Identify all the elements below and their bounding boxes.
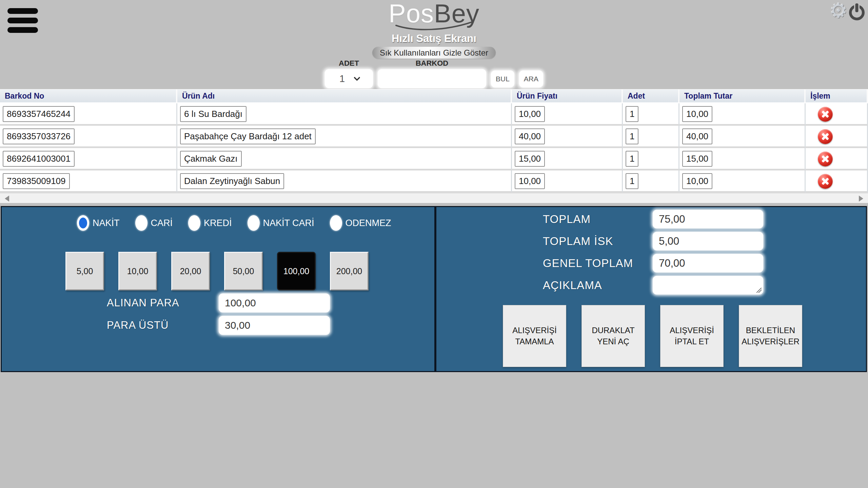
denomination-button-10[interactable]: 10,00	[118, 252, 157, 290]
delete-row-icon[interactable]	[818, 107, 833, 122]
denomination-button-100[interactable]: 100,00	[277, 252, 316, 290]
summary-panel: TOPLAM 75,00 TOPLAM İSK 5,00 GENEL TOPLA…	[435, 206, 867, 372]
toplam-isk-label: TOPLAM İSK	[543, 235, 613, 248]
barkod-label: BARKOD	[416, 59, 449, 68]
adet-selected-value: 1	[339, 73, 345, 84]
para-ustu-label: PARA ÜSTÜ	[107, 319, 219, 331]
table-row: 8692641003001 Çakmak Gazı 15,00 1 15,00	[0, 148, 868, 170]
scroll-right-icon[interactable]	[859, 196, 863, 202]
genel-toplam-label: GENEL TOPLAM	[543, 257, 633, 270]
product-name-input[interactable]: Çakmak Gazı	[180, 151, 242, 167]
table-header-row: Barkod No Ürün Adı Ürün Fiyatı Adet Topl…	[0, 89, 868, 103]
barcode-input[interactable]: 8693357465244	[3, 106, 75, 122]
quick-sale-screen: ⚙ PosBey Hızlı Satış Ekranı Sık Kullanıl…	[0, 0, 868, 488]
toplam-input[interactable]: 75,00	[653, 210, 763, 228]
payment-method-group: NAKİT CARİ KREDİ NAKİT CARİ ODENMEZ	[77, 215, 391, 231]
qty-input[interactable]: 1	[626, 173, 638, 189]
aciklama-label: AÇIKLAMA	[543, 279, 602, 292]
table-row: 739835009109 Dalan Zeytinyağlı Sabun 10,…	[0, 170, 868, 193]
delete-row-icon[interactable]	[818, 174, 833, 189]
app-logo: PosBey	[281, 0, 587, 27]
toplam-label: TOPLAM	[543, 213, 591, 226]
logo-part-pos: Pos	[389, 0, 434, 28]
table-row: 8693357465244 6 lı Su Bardağı 10,00 1 10…	[0, 103, 868, 126]
radio-icon	[77, 215, 89, 231]
denomination-button-20[interactable]: 20,00	[171, 252, 210, 290]
resize-handle-icon[interactable]	[756, 288, 762, 293]
radio-icon	[188, 215, 200, 231]
barcode-input[interactable]: 8693357033726	[3, 128, 75, 144]
held-sales-button[interactable]: BEKLETİLEN ALIŞVERİŞLER	[739, 305, 802, 367]
bul-button[interactable]: BUL	[491, 70, 514, 87]
payment-method-odenmez[interactable]: ODENMEZ	[330, 215, 391, 231]
qty-input[interactable]: 1	[626, 106, 638, 122]
ara-button[interactable]: ARA	[519, 70, 543, 87]
qty-input[interactable]: 1	[626, 151, 638, 167]
radio-icon	[330, 215, 342, 231]
cancel-sale-button[interactable]: ALIŞVERİŞİ İPTAL ET	[660, 305, 724, 367]
power-icon[interactable]	[849, 5, 865, 20]
denomination-button-50[interactable]: 50,00	[224, 252, 263, 290]
table-row: 8693357033726 Paşabahçe Çay Bardağı 12 a…	[0, 126, 868, 148]
price-input[interactable]: 10,00	[515, 173, 545, 189]
denomination-button-200[interactable]: 200,00	[330, 252, 369, 290]
column-header-urun-fiyati: Ürün Fiyatı	[512, 89, 623, 103]
genel-toplam-input[interactable]: 70,00	[653, 254, 763, 272]
scroll-left-icon[interactable]	[5, 196, 9, 202]
table-horizontal-scrollbar[interactable]	[0, 193, 868, 203]
complete-sale-button[interactable]: ALIŞVERİŞİ TAMAMLA	[503, 305, 566, 367]
radio-icon	[248, 215, 260, 231]
page-title: Hızlı Satış Ekranı	[281, 33, 587, 45]
action-button-group: ALIŞVERİŞİ TAMAMLA DURAKLAT YENİ AÇ ALIŞ…	[503, 305, 802, 367]
barkod-input[interactable]	[378, 69, 486, 88]
denomination-button-5[interactable]: 5,00	[65, 252, 104, 290]
price-input[interactable]: 15,00	[515, 151, 545, 167]
items-table: Barkod No Ürün Adı Ürün Fiyatı Adet Topl…	[0, 89, 868, 203]
logo-part-bey: Bey	[434, 0, 479, 28]
column-header-islem: İşlem	[806, 89, 868, 103]
para-ustu-input[interactable]: 30,00	[219, 316, 330, 335]
barcode-input[interactable]: 739835009109	[3, 173, 70, 189]
column-header-urun-adi: Ürün Adı	[177, 89, 512, 103]
adet-select[interactable]: 1	[325, 69, 373, 88]
delete-row-icon[interactable]	[818, 151, 833, 166]
row-total-input[interactable]: 10,00	[682, 173, 712, 189]
product-name-input[interactable]: Dalan Zeytinyağlı Sabun	[180, 173, 284, 189]
product-name-input[interactable]: 6 lı Su Bardağı	[180, 106, 246, 122]
column-header-adet: Adet	[623, 89, 679, 103]
chevron-down-icon	[354, 74, 360, 81]
delete-row-icon[interactable]	[818, 129, 833, 144]
payment-panel: NAKİT CARİ KREDİ NAKİT CARİ ODENMEZ 5,00…	[1, 206, 435, 372]
payment-method-nakit[interactable]: NAKİT	[77, 215, 120, 231]
hamburger-menu-icon[interactable]	[7, 8, 38, 37]
row-total-input[interactable]: 10,00	[682, 106, 712, 122]
adet-label: ADET	[339, 59, 359, 68]
column-header-toplam-tutar: Toplam Tutar	[679, 89, 806, 103]
payment-method-cari[interactable]: CARİ	[135, 215, 173, 231]
qty-input[interactable]: 1	[626, 128, 638, 144]
payment-method-kredi[interactable]: KREDİ	[188, 215, 232, 231]
price-input[interactable]: 10,00	[515, 106, 545, 122]
row-total-input[interactable]: 15,00	[682, 151, 712, 167]
product-name-input[interactable]: Paşabahçe Çay Bardağı 12 adet	[180, 128, 316, 144]
pause-open-new-button[interactable]: DURAKLAT YENİ AÇ	[581, 305, 645, 367]
payment-method-nakit-cari[interactable]: NAKİT CARİ	[248, 215, 314, 231]
gear-icon[interactable]: ⚙	[829, 1, 848, 21]
price-input[interactable]: 40,00	[515, 128, 545, 144]
barcode-input[interactable]: 8692641003001	[3, 151, 75, 167]
column-header-barkod-no: Barkod No	[0, 89, 177, 103]
radio-icon	[135, 215, 147, 231]
alinan-para-label: ALINAN PARA	[107, 297, 219, 309]
alinan-para-input[interactable]: 100,00	[219, 293, 330, 312]
aciklama-textarea[interactable]	[653, 276, 763, 294]
row-total-input[interactable]: 40,00	[682, 128, 712, 144]
favorites-toggle-button[interactable]: Sık Kullanılanları Gizle Göster	[372, 47, 496, 59]
toplam-isk-input[interactable]: 5,00	[653, 232, 763, 250]
denomination-group: 5,00 10,00 20,00 50,00 100,00 200,00	[65, 252, 369, 290]
